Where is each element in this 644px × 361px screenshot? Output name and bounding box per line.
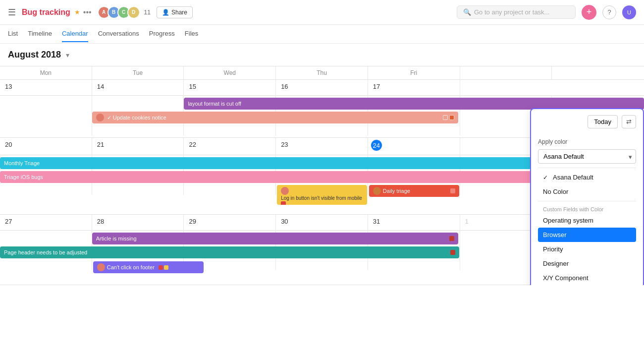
help-button[interactable]: ? (602, 5, 616, 19)
tab-list[interactable]: List (8, 26, 18, 42)
event-avatar-footer (97, 263, 105, 271)
day-header-mon: Mon (0, 66, 92, 80)
event-tag-red (159, 265, 163, 270)
tab-progress[interactable]: Progress (149, 26, 175, 42)
date-28: 28 (92, 215, 184, 231)
day-header-wed: Wed (184, 66, 276, 80)
avatar: D (127, 6, 140, 19)
date-21: 21 (92, 138, 184, 155)
month-title: August 2018 (8, 50, 61, 60)
nav-tabs: List Timeline Calendar Conversations Pro… (0, 25, 644, 44)
apply-color-label: Apply color (538, 138, 636, 145)
share-icon: 👤 (162, 9, 169, 16)
date-14: 14 (92, 80, 184, 96)
today-button[interactable]: Today (588, 115, 618, 128)
dropdown-item-xy-component[interactable]: X/Y Component (538, 271, 636, 285)
event-checkbox1[interactable] (443, 115, 448, 120)
event-cant-click[interactable]: Can't click on footer (93, 261, 204, 273)
event-checkbox2[interactable] (449, 115, 454, 120)
calendar-wrapper: Mon Tue Wed Thu Fri 13 14 15 16 17 layou… (0, 66, 644, 285)
topbar: ☰ Bug tracking ★ ••• A B C D 11 👤 Share … (0, 0, 644, 25)
day-header-thu: Thu (276, 66, 368, 80)
color-select-wrapper[interactable]: Asana Default ▾ (538, 149, 636, 164)
event-tag-login (281, 201, 286, 205)
event-avatar-daily (373, 187, 381, 195)
custom-fields-label: Custom Fields with Color (538, 203, 636, 213)
date-23: 23 (276, 138, 368, 155)
dropdown-item-browser[interactable]: Browser (538, 228, 636, 242)
date-16: 16 (276, 80, 368, 96)
event-tag-article (449, 236, 454, 241)
date-27: 27 (0, 215, 92, 231)
date-13: 13 (0, 80, 92, 96)
hamburger-icon[interactable]: ☰ (8, 7, 16, 18)
divider (538, 168, 636, 168)
search-bar[interactable]: 🔍 Go to any project or task... (457, 5, 576, 19)
color-select[interactable]: Asana Default (538, 149, 636, 164)
date-31: 31 (368, 215, 460, 231)
date-30: 30 (276, 215, 368, 231)
date-19 (552, 80, 644, 96)
dropdown-item-no-color[interactable]: No Color (538, 184, 636, 199)
avatar-group: A B C D (98, 6, 140, 19)
dropdown-item-designer[interactable]: Designer (538, 256, 636, 271)
panel-body: Apply color Asana Default ▾ Asana Defaul… (531, 134, 643, 285)
user-avatar[interactable]: U (622, 5, 636, 19)
event-page-header[interactable]: Page header needs to be adjusted (0, 246, 459, 258)
date-18 (460, 80, 552, 96)
event-tag-daily (450, 188, 455, 193)
dropdown-item-asana-default[interactable]: Asana Default (538, 170, 636, 184)
event-update-cookies[interactable]: ✓ Update cookies notice (92, 112, 458, 123)
tab-timeline[interactable]: Timeline (28, 26, 52, 42)
date-29: 29 (184, 215, 276, 231)
share-button[interactable]: 👤 Share (157, 6, 193, 18)
event-triage-ios[interactable]: Triage iOS bugs (0, 171, 552, 183)
event-article-missing[interactable]: Article is missing (92, 233, 458, 244)
tab-conversations[interactable]: Conversations (98, 26, 139, 42)
color-dropdown-panel: Today ⇄ Apply color Asana Default ▾ Asan… (530, 108, 644, 285)
day-header-sat (460, 66, 552, 80)
day-header-sun (552, 66, 644, 80)
add-button[interactable]: + (582, 5, 596, 20)
dropdown-item-priority[interactable]: Priority (538, 242, 636, 256)
filter-button[interactable]: ⇄ (622, 115, 636, 128)
date-22: 22 (184, 138, 276, 155)
week1-dates: 13 14 15 16 17 (0, 80, 644, 96)
date-20: 20 (0, 138, 92, 155)
event-login-btn[interactable]: Log in button isn't visible from mobile (277, 185, 367, 205)
panel-top: Today ⇄ (531, 109, 643, 134)
tab-calendar[interactable]: Calendar (62, 26, 88, 42)
topbar-right: 🔍 Go to any project or task... + ? U (457, 5, 636, 20)
day-header-fri: Fri (368, 66, 460, 80)
search-icon: 🔍 (463, 8, 471, 16)
date-24: 24 (368, 138, 460, 155)
calendar-header: August 2018 ▾ (0, 44, 644, 66)
tab-files[interactable]: Files (185, 26, 198, 42)
event-monthly-triage[interactable]: Monthly Triage (0, 157, 552, 169)
more-options-icon[interactable]: ••• (83, 8, 92, 17)
divider2 (538, 201, 636, 201)
event-daily-triage[interactable]: Daily triage (369, 185, 459, 197)
event-avatar-login (281, 187, 289, 195)
col-mon1 (0, 96, 92, 135)
member-count: 11 (144, 9, 151, 16)
event-avatar (96, 114, 104, 121)
day-header-tue: Tue (92, 66, 184, 80)
date-17: 17 (368, 80, 460, 96)
filter-icon: ⇄ (626, 118, 632, 125)
event-tag-yellow (164, 265, 168, 270)
day-headers: Mon Tue Wed Thu Fri (0, 66, 644, 80)
month-chevron-down[interactable]: ▾ (66, 51, 69, 59)
dropdown-item-operating-system[interactable]: Operating system (538, 213, 636, 228)
date-15: 15 (184, 80, 276, 96)
event-tag-header (450, 250, 455, 255)
project-title: Bug tracking (22, 8, 70, 17)
star-icon[interactable]: ★ (74, 8, 80, 16)
